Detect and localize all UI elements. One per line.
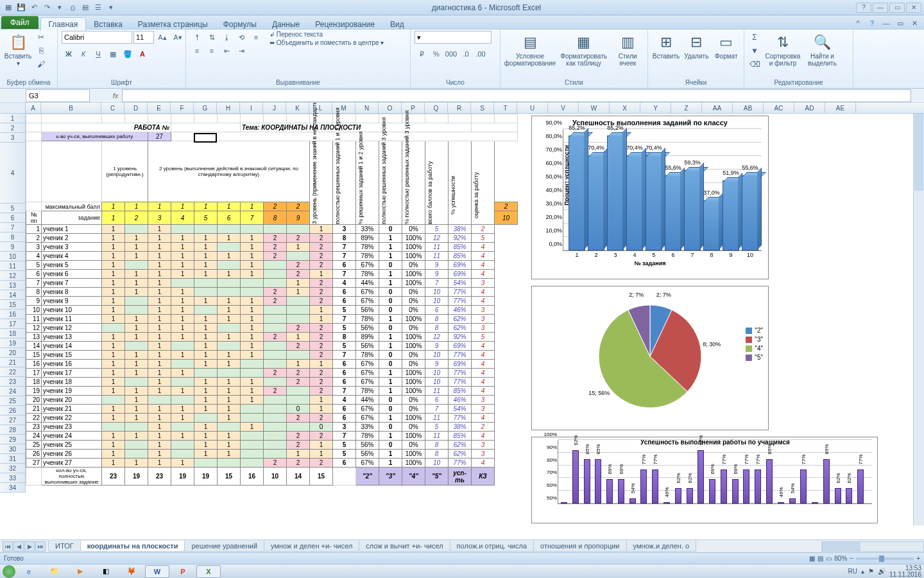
qat-icon[interactable]: ⎙ bbox=[67, 2, 78, 13]
percent-icon[interactable]: % bbox=[429, 48, 443, 60]
fill-color-icon[interactable]: 🪣 bbox=[121, 48, 135, 60]
row-header[interactable]: 12 bbox=[0, 271, 25, 281]
cut-icon[interactable]: ✂ bbox=[35, 31, 47, 44]
sort-filter-button[interactable]: ⇅Сортировка и фильтр bbox=[764, 31, 802, 68]
row-header[interactable]: 7 bbox=[0, 223, 25, 232]
win-min-icon[interactable]: — bbox=[880, 17, 892, 29]
align-bot-icon[interactable]: ⭳ bbox=[219, 31, 234, 44]
close-icon[interactable]: ✕ bbox=[906, 3, 921, 13]
sheet-nav-prev[interactable]: ◀ bbox=[13, 541, 24, 552]
row-header[interactable]: 28 bbox=[0, 425, 25, 435]
clock[interactable]: 13:5311.11.2016 bbox=[889, 565, 921, 578]
format-button[interactable]: ▭Формат bbox=[713, 31, 740, 61]
explorer-icon[interactable]: 📁 bbox=[42, 565, 67, 578]
ribbon-tab[interactable]: Главная bbox=[40, 17, 87, 31]
row-header[interactable]: 14 bbox=[0, 290, 25, 300]
row-header[interactable]: 22 bbox=[0, 367, 25, 377]
view-break-icon[interactable]: ▭ bbox=[826, 555, 832, 562]
insert-button[interactable]: ⊞Вставить bbox=[652, 31, 680, 61]
row-header[interactable]: 33 bbox=[0, 473, 25, 483]
redo-icon[interactable]: ↷ bbox=[41, 2, 53, 13]
sheet-tab[interactable]: отношения и пропорции bbox=[533, 541, 626, 552]
column-header[interactable]: B bbox=[41, 103, 101, 113]
media-icon[interactable]: ▶ bbox=[68, 565, 92, 578]
wrap-text-button[interactable]: ↲ Перенос текста bbox=[270, 31, 384, 38]
column-header[interactable]: G bbox=[194, 103, 217, 113]
row-header[interactable]: 27 bbox=[0, 416, 25, 425]
row-header[interactable]: 31 bbox=[0, 454, 25, 464]
row-header[interactable]: 4 bbox=[0, 143, 25, 204]
lang-indicator[interactable]: RU bbox=[848, 568, 857, 575]
column-header[interactable]: U bbox=[517, 103, 548, 113]
column-header[interactable]: K bbox=[286, 103, 309, 113]
help-icon[interactable]: ? bbox=[856, 3, 871, 13]
column-header[interactable]: Q bbox=[425, 103, 448, 113]
column-header[interactable]: AE bbox=[825, 103, 856, 113]
qat-icon[interactable]: ☰ bbox=[92, 2, 104, 13]
sheet-tab[interactable]: координаты на плоскости bbox=[80, 541, 185, 552]
undo-icon[interactable]: ↶ bbox=[28, 2, 40, 13]
row-header[interactable]: 17 bbox=[0, 319, 25, 329]
zoom-out-icon[interactable]: − bbox=[850, 555, 853, 562]
column-header[interactable]: Z bbox=[671, 103, 702, 113]
column-header[interactable]: V bbox=[548, 103, 579, 113]
ribbon-tab[interactable]: Данные bbox=[264, 18, 307, 31]
firefox-icon[interactable]: 🦊 bbox=[119, 565, 144, 578]
row-header[interactable]: 19 bbox=[0, 338, 25, 348]
qat-icon[interactable]: ▾ bbox=[105, 2, 117, 13]
row-header[interactable]: 34 bbox=[0, 483, 25, 493]
indent-dec-icon[interactable]: ⇤ bbox=[219, 44, 234, 57]
powerpoint-icon[interactable]: P bbox=[171, 565, 195, 578]
column-header[interactable]: R bbox=[448, 103, 471, 113]
ribbon-tab[interactable]: Вид bbox=[382, 18, 412, 31]
number-format-combo[interactable]: ▾ bbox=[415, 31, 492, 44]
comma-icon[interactable]: 000 bbox=[444, 48, 458, 60]
sheet-tab[interactable]: умнож.и делен. о bbox=[626, 541, 697, 552]
row-header[interactable]: 11 bbox=[0, 261, 25, 271]
font-size-combo[interactable]: 11 bbox=[133, 31, 154, 44]
border-icon[interactable]: ▦ bbox=[106, 48, 120, 60]
column-header[interactable]: W bbox=[579, 103, 610, 113]
row-header[interactable]: 2 bbox=[0, 123, 25, 133]
row-header[interactable]: 30 bbox=[0, 444, 25, 454]
column-header[interactable]: O bbox=[379, 103, 402, 113]
shrink-font-icon[interactable]: A▾ bbox=[171, 31, 185, 44]
tray-icon[interactable]: ▴ bbox=[861, 568, 864, 575]
inc-dec-icon[interactable]: .0 bbox=[459, 48, 473, 60]
row-header[interactable]: 13 bbox=[0, 281, 25, 290]
win-restore-icon[interactable]: ▭ bbox=[894, 17, 906, 29]
column-header[interactable]: AA bbox=[702, 103, 733, 113]
row-header[interactable]: 6 bbox=[0, 213, 25, 223]
currency-icon[interactable]: ₽ bbox=[415, 48, 429, 60]
column-header[interactable]: Y bbox=[640, 103, 671, 113]
find-button[interactable]: 🔍Найти и выделить bbox=[805, 31, 840, 68]
column-header[interactable]: N bbox=[355, 103, 379, 113]
row-header[interactable]: 29 bbox=[0, 435, 25, 444]
column-header[interactable]: A bbox=[26, 103, 41, 113]
minimize-icon[interactable]: — bbox=[873, 3, 888, 13]
win-close-icon[interactable]: ✕ bbox=[909, 17, 920, 29]
chart-columns[interactable]: Успешность выполнения работы по учащимся… bbox=[531, 437, 878, 523]
row-header[interactable]: 32 bbox=[0, 464, 25, 473]
help-icon[interactable]: ? bbox=[866, 17, 878, 29]
excel-icon[interactable]: X bbox=[196, 565, 221, 578]
bold-icon[interactable]: Ж bbox=[62, 48, 76, 60]
zoom-in-icon[interactable]: + bbox=[916, 555, 920, 562]
save-icon[interactable]: 💾 bbox=[15, 2, 27, 13]
zoom-slider[interactable] bbox=[856, 557, 914, 560]
tray-icon[interactable]: ⚑ bbox=[868, 568, 874, 575]
qat-icon[interactable]: ▾ bbox=[54, 2, 65, 13]
align-left-icon[interactable]: ≡ bbox=[249, 31, 263, 44]
view-layout-icon[interactable]: ▤ bbox=[817, 555, 823, 562]
orient-icon[interactable]: ⟲ bbox=[234, 31, 248, 44]
paste-button[interactable]: 📋Вставить▾ bbox=[4, 31, 32, 68]
column-header[interactable]: AB bbox=[733, 103, 764, 113]
tray-icon[interactable]: 🔊 bbox=[878, 568, 886, 575]
clear-icon[interactable]: ⌫ bbox=[748, 58, 761, 71]
copy-icon[interactable]: ⎘ bbox=[35, 44, 47, 57]
row-header[interactable]: 9 bbox=[0, 242, 25, 252]
row-header[interactable]: 3 bbox=[0, 133, 25, 143]
app-icon[interactable]: ◧ bbox=[94, 565, 118, 578]
maximize-icon[interactable]: ▭ bbox=[889, 3, 905, 13]
formula-input[interactable] bbox=[122, 89, 911, 102]
